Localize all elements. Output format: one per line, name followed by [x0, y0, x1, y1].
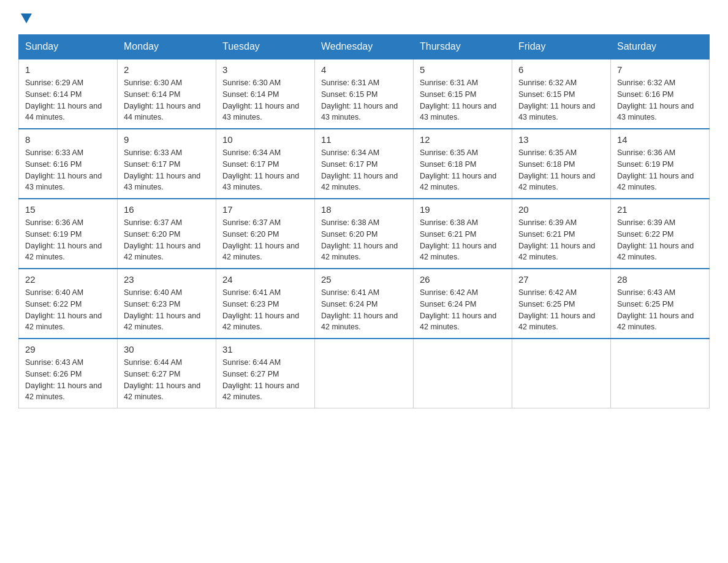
day-info: Sunrise: 6:44 AM Sunset: 6:27 PM Dayligh… — [124, 357, 210, 403]
day-info: Sunrise: 6:37 AM Sunset: 6:20 PM Dayligh… — [124, 217, 210, 263]
day-info: Sunrise: 6:34 AM Sunset: 6:17 PM Dayligh… — [321, 147, 407, 193]
day-number: 2 — [124, 64, 210, 75]
column-header-saturday: Saturday — [611, 35, 710, 59]
day-info: Sunrise: 6:36 AM Sunset: 6:19 PM Dayligh… — [25, 217, 111, 263]
day-info: Sunrise: 6:30 AM Sunset: 6:14 PM Dayligh… — [222, 77, 308, 123]
day-number: 20 — [518, 204, 604, 215]
day-number: 31 — [222, 344, 308, 354]
day-number: 28 — [617, 274, 703, 285]
day-number: 27 — [518, 274, 604, 285]
day-number: 25 — [321, 274, 407, 285]
day-number: 16 — [124, 204, 210, 215]
week-row-2: 8 Sunrise: 6:33 AM Sunset: 6:16 PM Dayli… — [19, 129, 710, 199]
day-number: 12 — [420, 134, 506, 145]
day-number: 29 — [25, 344, 111, 354]
week-row-1: 1 Sunrise: 6:29 AM Sunset: 6:14 PM Dayli… — [19, 59, 710, 129]
day-info: Sunrise: 6:39 AM Sunset: 6:22 PM Dayligh… — [617, 217, 703, 263]
calendar-cell: 18 Sunrise: 6:38 AM Sunset: 6:20 PM Dayl… — [315, 199, 414, 269]
day-info: Sunrise: 6:40 AM Sunset: 6:23 PM Dayligh… — [124, 287, 210, 333]
day-info: Sunrise: 6:37 AM Sunset: 6:20 PM Dayligh… — [222, 217, 308, 263]
calendar-cell: 29 Sunrise: 6:43 AM Sunset: 6:26 PM Dayl… — [19, 339, 118, 408]
calendar-cell — [315, 339, 414, 408]
day-number: 17 — [222, 204, 308, 215]
svg-marker-0 — [21, 13, 32, 23]
day-info: Sunrise: 6:44 AM Sunset: 6:27 PM Dayligh… — [222, 357, 308, 403]
calendar-cell: 7 Sunrise: 6:32 AM Sunset: 6:16 PM Dayli… — [611, 59, 710, 129]
day-info: Sunrise: 6:43 AM Sunset: 6:26 PM Dayligh… — [25, 357, 111, 403]
calendar-cell: 14 Sunrise: 6:36 AM Sunset: 6:19 PM Dayl… — [611, 129, 710, 199]
week-row-3: 15 Sunrise: 6:36 AM Sunset: 6:19 PM Dayl… — [19, 199, 710, 269]
calendar-cell: 9 Sunrise: 6:33 AM Sunset: 6:17 PM Dayli… — [118, 129, 216, 199]
calendar-cell: 12 Sunrise: 6:35 AM Sunset: 6:18 PM Dayl… — [414, 129, 512, 199]
calendar-cell: 28 Sunrise: 6:43 AM Sunset: 6:25 PM Dayl… — [611, 269, 710, 339]
day-info: Sunrise: 6:32 AM Sunset: 6:16 PM Dayligh… — [617, 77, 703, 123]
day-number: 1 — [25, 64, 111, 75]
day-info: Sunrise: 6:35 AM Sunset: 6:18 PM Dayligh… — [518, 147, 604, 193]
calendar-cell: 23 Sunrise: 6:40 AM Sunset: 6:23 PM Dayl… — [118, 269, 216, 339]
day-info: Sunrise: 6:32 AM Sunset: 6:15 PM Dayligh… — [518, 77, 604, 123]
calendar-cell: 25 Sunrise: 6:41 AM Sunset: 6:24 PM Dayl… — [315, 269, 414, 339]
calendar-cell: 26 Sunrise: 6:42 AM Sunset: 6:24 PM Dayl… — [414, 269, 512, 339]
calendar-cell: 21 Sunrise: 6:39 AM Sunset: 6:22 PM Dayl… — [611, 199, 710, 269]
day-number: 14 — [617, 134, 703, 145]
day-info: Sunrise: 6:35 AM Sunset: 6:18 PM Dayligh… — [420, 147, 506, 193]
day-info: Sunrise: 6:38 AM Sunset: 6:20 PM Dayligh… — [321, 217, 407, 263]
calendar-cell: 1 Sunrise: 6:29 AM Sunset: 6:14 PM Dayli… — [19, 59, 118, 129]
calendar-header-row: SundayMondayTuesdayWednesdayThursdayFrid… — [19, 35, 710, 59]
calendar-cell: 10 Sunrise: 6:34 AM Sunset: 6:17 PM Dayl… — [216, 129, 315, 199]
day-info: Sunrise: 6:33 AM Sunset: 6:16 PM Dayligh… — [25, 147, 111, 193]
day-number: 7 — [617, 64, 703, 75]
calendar-cell: 16 Sunrise: 6:37 AM Sunset: 6:20 PM Dayl… — [118, 199, 216, 269]
calendar-cell: 5 Sunrise: 6:31 AM Sunset: 6:15 PM Dayli… — [414, 59, 512, 129]
day-number: 6 — [518, 64, 604, 75]
calendar-table: SundayMondayTuesdayWednesdayThursdayFrid… — [18, 34, 710, 408]
day-info: Sunrise: 6:33 AM Sunset: 6:17 PM Dayligh… — [124, 147, 210, 193]
calendar-cell: 19 Sunrise: 6:38 AM Sunset: 6:21 PM Dayl… — [414, 199, 512, 269]
calendar-cell: 31 Sunrise: 6:44 AM Sunset: 6:27 PM Dayl… — [216, 339, 315, 408]
day-info: Sunrise: 6:43 AM Sunset: 6:25 PM Dayligh… — [617, 287, 703, 333]
calendar-cell: 27 Sunrise: 6:42 AM Sunset: 6:25 PM Dayl… — [512, 269, 611, 339]
calendar-cell: 15 Sunrise: 6:36 AM Sunset: 6:19 PM Dayl… — [19, 199, 118, 269]
calendar-cell: 2 Sunrise: 6:30 AM Sunset: 6:14 PM Dayli… — [118, 59, 216, 129]
day-number: 23 — [124, 274, 210, 285]
day-number: 3 — [222, 64, 308, 75]
column-header-wednesday: Wednesday — [315, 35, 414, 59]
day-info: Sunrise: 6:29 AM Sunset: 6:14 PM Dayligh… — [25, 77, 111, 123]
day-number: 11 — [321, 134, 407, 145]
calendar-cell: 11 Sunrise: 6:34 AM Sunset: 6:17 PM Dayl… — [315, 129, 414, 199]
calendar-cell: 20 Sunrise: 6:39 AM Sunset: 6:21 PM Dayl… — [512, 199, 611, 269]
day-info: Sunrise: 6:42 AM Sunset: 6:25 PM Dayligh… — [518, 287, 604, 333]
day-number: 18 — [321, 204, 407, 215]
day-number: 15 — [25, 204, 111, 215]
day-info: Sunrise: 6:42 AM Sunset: 6:24 PM Dayligh… — [420, 287, 506, 333]
day-info: Sunrise: 6:38 AM Sunset: 6:21 PM Dayligh… — [420, 217, 506, 263]
day-number: 19 — [420, 204, 506, 215]
day-number: 24 — [222, 274, 308, 285]
calendar-cell — [611, 339, 710, 408]
day-number: 22 — [25, 274, 111, 285]
week-row-5: 29 Sunrise: 6:43 AM Sunset: 6:26 PM Dayl… — [19, 339, 710, 408]
day-number: 21 — [617, 204, 703, 215]
day-info: Sunrise: 6:39 AM Sunset: 6:21 PM Dayligh… — [518, 217, 604, 263]
day-info: Sunrise: 6:31 AM Sunset: 6:15 PM Dayligh… — [420, 77, 506, 123]
calendar-cell: 30 Sunrise: 6:44 AM Sunset: 6:27 PM Dayl… — [118, 339, 216, 408]
calendar-cell — [512, 339, 611, 408]
column-header-monday: Monday — [118, 35, 216, 59]
calendar-cell: 3 Sunrise: 6:30 AM Sunset: 6:14 PM Dayli… — [216, 59, 315, 129]
calendar-cell — [414, 339, 512, 408]
day-number: 8 — [25, 134, 111, 145]
calendar-cell: 13 Sunrise: 6:35 AM Sunset: 6:18 PM Dayl… — [512, 129, 611, 199]
day-info: Sunrise: 6:41 AM Sunset: 6:23 PM Dayligh… — [222, 287, 308, 333]
day-info: Sunrise: 6:30 AM Sunset: 6:14 PM Dayligh… — [124, 77, 210, 123]
column-header-tuesday: Tuesday — [216, 35, 315, 59]
calendar-cell: 8 Sunrise: 6:33 AM Sunset: 6:16 PM Dayli… — [19, 129, 118, 199]
day-info: Sunrise: 6:31 AM Sunset: 6:15 PM Dayligh… — [321, 77, 407, 123]
calendar-cell: 22 Sunrise: 6:40 AM Sunset: 6:22 PM Dayl… — [19, 269, 118, 339]
calendar-cell: 6 Sunrise: 6:32 AM Sunset: 6:15 PM Dayli… — [512, 59, 611, 129]
column-header-sunday: Sunday — [19, 35, 118, 59]
day-number: 13 — [518, 134, 604, 145]
day-number: 10 — [222, 134, 308, 145]
calendar-cell: 17 Sunrise: 6:37 AM Sunset: 6:20 PM Dayl… — [216, 199, 315, 269]
logo — [18, 12, 33, 22]
column-header-friday: Friday — [512, 35, 611, 59]
